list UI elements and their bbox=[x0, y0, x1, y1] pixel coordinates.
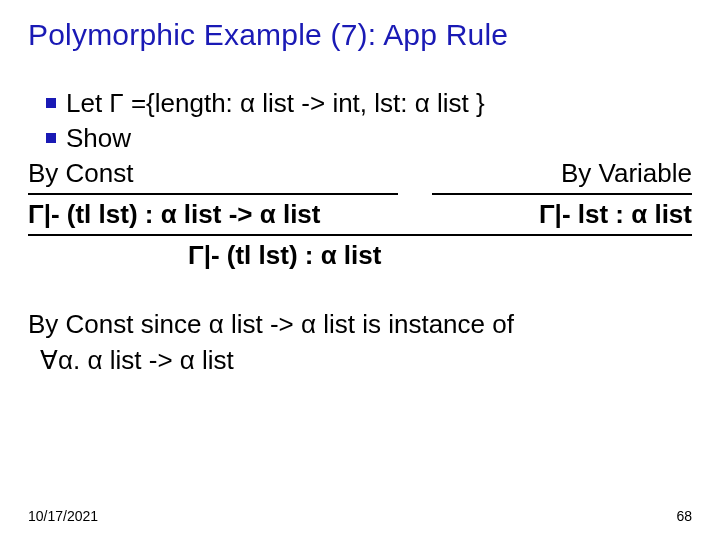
explain-line-2: ∀α. α list -> α list bbox=[40, 343, 692, 378]
left-col: By Const bbox=[28, 156, 398, 195]
conclusion: Γ|- (tl lst) : α list bbox=[188, 238, 692, 273]
footer-page: 68 bbox=[676, 508, 692, 524]
slide-body: Let Γ ={length: α list -> int, lst: α li… bbox=[28, 86, 692, 378]
slide-title: Polymorphic Example (7): App Rule bbox=[28, 18, 692, 52]
footer: 10/17/2021 68 bbox=[28, 508, 692, 524]
premise-left: Γ|- (tl lst) : α list -> α list bbox=[28, 197, 321, 232]
show-text: Show bbox=[66, 123, 131, 153]
premises-row: Γ|- (tl lst) : α list -> α list Γ|- lst … bbox=[28, 197, 692, 232]
bullet-show: Show bbox=[46, 121, 692, 156]
right-col: By Variable bbox=[432, 156, 692, 195]
explain-line-1: By Const since α list -> α list is insta… bbox=[28, 307, 692, 342]
by-variable-label: By Variable bbox=[432, 156, 692, 195]
let-text: Let Γ ={length: α list -> int, lst: α li… bbox=[66, 88, 485, 118]
slide: Polymorphic Example (7): App Rule Let Γ … bbox=[0, 0, 720, 540]
square-bullet-icon bbox=[46, 133, 56, 143]
bullet-let: Let Γ ={length: α list -> int, lst: α li… bbox=[46, 86, 692, 121]
footer-date: 10/17/2021 bbox=[28, 508, 98, 524]
explanation: By Const since α list -> α list is insta… bbox=[28, 307, 692, 377]
rule-labels-row: By Const By Variable bbox=[28, 156, 692, 195]
premise-right: Γ|- lst : α list bbox=[539, 197, 692, 232]
inference-line: Γ|- (tl lst) : α list bbox=[28, 234, 692, 273]
square-bullet-icon bbox=[46, 98, 56, 108]
by-const-label: By Const bbox=[28, 156, 398, 195]
